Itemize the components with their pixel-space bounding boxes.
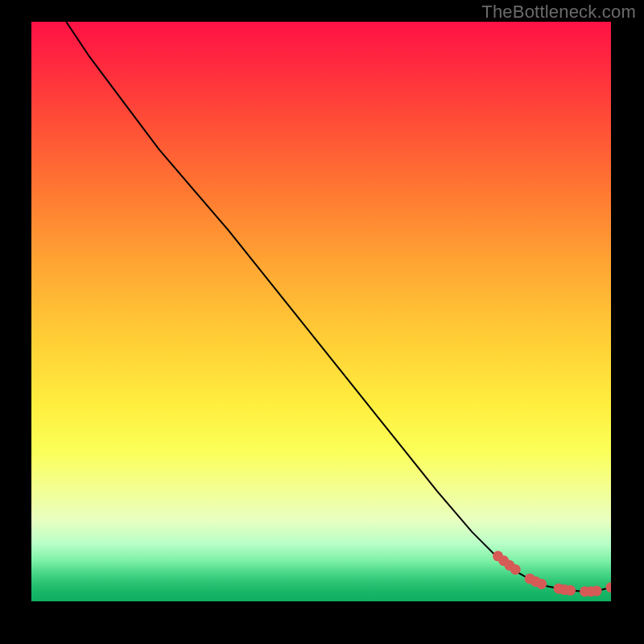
marker-point (536, 579, 547, 589)
bottleneck-curve-path (66, 22, 611, 592)
marker-group (493, 551, 611, 597)
chart-svg (31, 22, 611, 601)
attribution-text: TheBottleneck.com (481, 2, 636, 23)
marker-point (606, 582, 612, 592)
marker-point (592, 586, 602, 597)
marker-point (565, 585, 576, 596)
plot-area (31, 22, 611, 601)
marker-point (510, 564, 521, 575)
chart-container: { "attribution": "TheBottleneck.com", "c… (0, 0, 644, 644)
